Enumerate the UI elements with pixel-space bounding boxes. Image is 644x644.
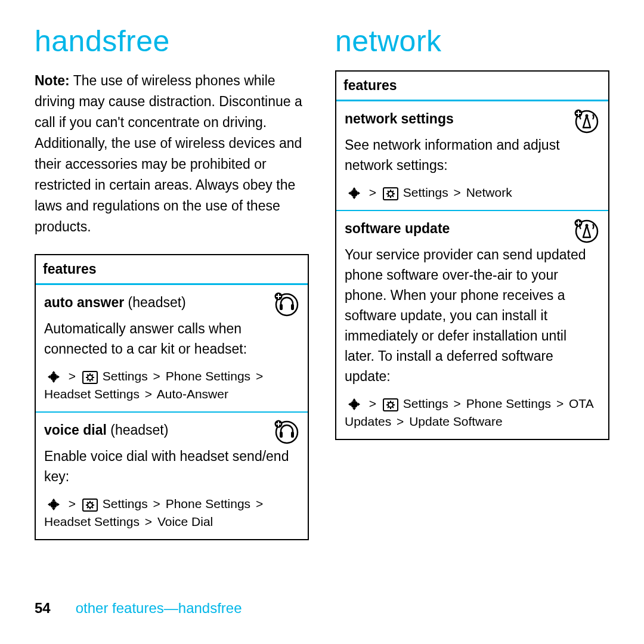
- settings-gear-icon: [82, 499, 98, 512]
- nav-key-icon: [346, 397, 363, 411]
- nav-key-icon: [346, 186, 363, 200]
- svg-rect-9: [291, 432, 294, 438]
- settings-gear-icon: [383, 187, 398, 200]
- headset-icon: [274, 292, 299, 317]
- feature-auto-answer: auto answer (headset) Automatically answ…: [36, 285, 308, 411]
- svg-point-23: [351, 401, 358, 408]
- svg-point-6: [88, 375, 92, 380]
- svg-point-21: [586, 224, 589, 227]
- feature-title: auto answer: [44, 295, 124, 310]
- feature-title: network settings: [345, 111, 454, 126]
- settings-gear-icon: [82, 371, 98, 384]
- settings-gear-icon: [383, 398, 398, 411]
- nav-path: > Settings > Phone Settings > OTA: [345, 395, 600, 431]
- feature-desc: Automatically answer calls when connecte…: [44, 318, 299, 359]
- antenna-icon: [574, 109, 600, 135]
- feature-software-update: software update Your service provider ca…: [336, 210, 608, 439]
- feature-suffix: (headset): [124, 295, 186, 310]
- headset-icon: [274, 420, 299, 445]
- nav-key-icon: [45, 497, 62, 512]
- feature-desc: See network information and adjust netwo…: [345, 135, 600, 175]
- handsfree-features-table: features auto answer (headset): [35, 254, 309, 540]
- note-text: The use of wireless phones while driving…: [35, 73, 302, 234]
- page-footer: 54other features—handsfree: [35, 600, 242, 617]
- svg-point-4: [50, 373, 57, 380]
- feature-title: voice dial: [44, 422, 107, 438]
- feature-desc: Enable voice dial with headset send/end …: [44, 446, 299, 487]
- page-number: 54: [35, 600, 51, 616]
- nav-path: > Settings > Network: [345, 184, 600, 202]
- table-header: features: [336, 72, 608, 101]
- feature-suffix: (headset): [107, 422, 169, 438]
- right-column: network features: [335, 24, 609, 540]
- antenna-icon: [574, 218, 600, 244]
- two-column-layout: handsfree Note: The use of wireless phon…: [35, 24, 609, 540]
- svg-point-11: [50, 501, 57, 508]
- note-label: Note:: [35, 73, 70, 88]
- nav-key-icon: [45, 370, 62, 384]
- svg-point-17: [351, 190, 358, 197]
- network-features-table: features network s: [335, 70, 609, 440]
- left-column: handsfree Note: The use of wireless phon…: [35, 24, 309, 540]
- heading-network: network: [335, 24, 609, 58]
- handsfree-note: Note: The use of wireless phones while d…: [35, 70, 309, 237]
- heading-handsfree: handsfree: [35, 24, 309, 58]
- nav-path: > Settings > Phone Settings > Hea: [44, 495, 299, 531]
- feature-network-settings: network settings See network information…: [336, 101, 608, 210]
- svg-point-25: [388, 402, 393, 407]
- svg-point-15: [586, 114, 589, 117]
- feature-voice-dial: voice dial (headset) Enable voice dial w…: [36, 411, 308, 539]
- svg-rect-8: [280, 432, 283, 438]
- svg-point-19: [388, 191, 393, 196]
- svg-rect-1: [280, 304, 283, 310]
- feature-desc: Your service provider can send updated p…: [345, 244, 600, 386]
- feature-title: software update: [345, 221, 450, 236]
- section-label: other features—handsfree: [76, 600, 242, 616]
- svg-point-13: [88, 503, 92, 507]
- manual-page: handsfree Note: The use of wireless phon…: [0, 0, 644, 644]
- svg-rect-2: [291, 304, 294, 310]
- table-header: features: [36, 255, 308, 285]
- nav-path: > Settings > Phone Settings > Hea: [44, 367, 299, 403]
